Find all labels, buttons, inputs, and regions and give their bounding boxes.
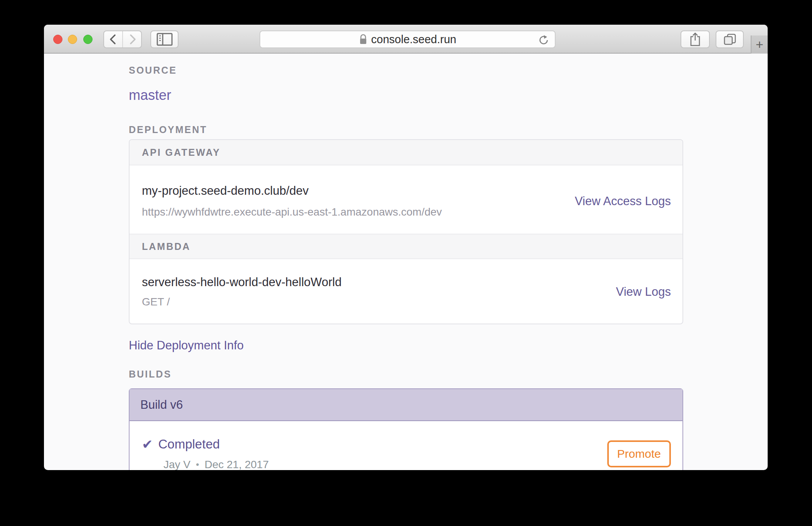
lambda-function-route: GET / [142,295,342,309]
forward-button[interactable] [122,31,141,47]
zoom-window-button[interactable] [83,35,93,44]
build-author: Jay V [163,459,190,470]
builds-label: BUILDS [129,369,768,379]
tabs-icon [723,33,737,46]
lambda-function-info: serverless-hello-world-dev-helloWorld GE… [142,275,342,309]
build-date: Dec 21, 2017 [204,459,269,470]
api-endpoint-info: my-project.seed-demo.club/dev https://wy… [142,184,442,219]
build-status-block: ✔ Completed Jay V • Dec 21, 2017 [142,437,269,470]
bullet-separator: • [196,459,199,470]
minimize-window-button[interactable] [68,35,77,44]
lambda-function-name: serverless-hello-world-dev-helloWorld [142,275,342,289]
sidebar-toggle-button[interactable] [150,30,179,48]
api-gateway-header: API GATEWAY [130,140,682,165]
lambda-section: serverless-hello-world-dev-helloWorld GE… [130,259,682,324]
refresh-button[interactable] [538,34,549,46]
build-card-header[interactable]: Build v6 [130,389,682,421]
share-button[interactable] [681,30,710,48]
build-meta-row: Jay V • Dec 21, 2017 [163,459,269,470]
hide-deployment-info-link[interactable]: Hide Deployment Info [129,339,244,352]
build-title: Build v6 [140,398,183,412]
build-status-text: Completed [158,437,220,452]
address-bar[interactable]: console.seed.run [259,30,556,48]
build-status-row: ✔ Completed [142,437,269,452]
lock-icon [359,34,367,45]
back-icon [107,33,120,46]
share-icon [689,32,701,47]
lambda-header: LAMBDA [130,234,682,259]
back-button[interactable] [104,31,122,47]
deployment-label: DEPLOYMENT [129,125,768,135]
browser-window: console.seed.run [44,25,768,470]
show-tabs-button[interactable] [716,30,744,48]
promote-button[interactable]: Promote [607,440,671,467]
plus-icon: + [756,37,763,52]
page-content: SOURCE master DEPLOYMENT API GATEWAY my-… [44,54,768,470]
build-card-body: ✔ Completed Jay V • Dec 21, 2017 Promote [130,421,682,470]
forward-icon [126,33,139,46]
api-endpoint-url: https://wywhfdwtre.execute-api.us-east-1… [142,206,442,219]
api-endpoint-title: my-project.seed-demo.club/dev [142,184,442,198]
api-gateway-header-label: API GATEWAY [142,147,221,157]
url-text: console.seed.run [371,33,457,46]
sidebar-icon [157,33,173,46]
source-label: SOURCE [129,65,768,75]
source-branch-link[interactable]: master [129,88,171,103]
close-window-button[interactable] [53,35,62,44]
view-logs-link[interactable]: View Logs [616,285,671,299]
history-nav-group [103,30,142,48]
new-tab-button[interactable]: + [751,35,768,54]
checkmark-icon: ✔ [142,438,153,451]
lambda-header-label: LAMBDA [142,241,190,251]
api-gateway-section: my-project.seed-demo.club/dev https://wy… [130,165,682,234]
view-access-logs-link[interactable]: View Access Logs [575,194,671,208]
build-card: Build v6 ✔ Completed Jay V • Dec 21, 201… [129,388,683,470]
browser-toolbar: console.seed.run [44,25,768,54]
deployment-card: API GATEWAY my-project.seed-demo.club/de… [129,139,683,324]
